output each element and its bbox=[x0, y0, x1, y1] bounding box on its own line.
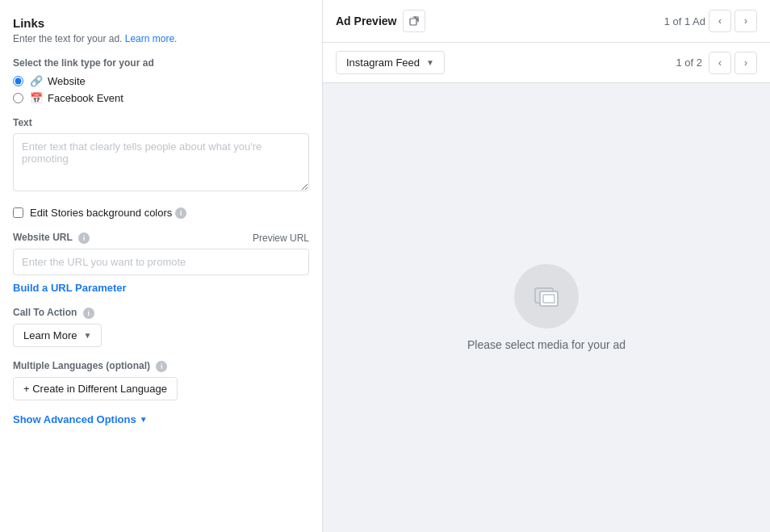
website-url-label: Website URL i bbox=[13, 232, 90, 244]
page-nav: 1 of 2 ‹ › bbox=[676, 52, 757, 74]
link-icon: 🔗 bbox=[30, 75, 43, 87]
multi-lang-info-icon[interactable]: i bbox=[156, 361, 167, 372]
external-link-icon[interactable] bbox=[403, 10, 425, 32]
calendar-icon: 📅 bbox=[30, 92, 43, 104]
svg-rect-0 bbox=[410, 19, 416, 25]
preview-url-label: Preview URL bbox=[253, 232, 309, 244]
facebook-event-label: Facebook Event bbox=[48, 92, 123, 104]
facebook-event-radio[interactable] bbox=[13, 93, 23, 103]
left-panel: Links Enter the text for your ad. Learn … bbox=[0, 0, 323, 532]
next-page-button[interactable]: › bbox=[734, 52, 757, 74]
multi-lang-label: Multiple Languages (optional) i bbox=[13, 360, 309, 372]
feed-chevron-icon: ▼ bbox=[426, 58, 434, 67]
text-input[interactable] bbox=[13, 133, 309, 191]
feed-dropdown[interactable]: Instagram Feed ▼ bbox=[336, 51, 445, 74]
page-indicator: 1 of 2 bbox=[676, 57, 702, 69]
right-panel: Ad Preview 1 of 1 Ad ‹ › Instagram Feed … bbox=[323, 0, 770, 532]
cta-value: Learn More bbox=[23, 329, 77, 341]
website-url-info-icon[interactable]: i bbox=[78, 232, 90, 244]
link-type-radio-group: 🔗 Website 📅 Facebook Event bbox=[13, 75, 309, 104]
advanced-options-label: Show Advanced Options bbox=[13, 413, 136, 425]
media-placeholder-icon bbox=[514, 264, 579, 329]
edit-stories-checkbox[interactable] bbox=[13, 207, 23, 218]
cta-label: Call To Action i bbox=[13, 307, 309, 319]
edit-stories-info-icon[interactable]: i bbox=[175, 207, 186, 219]
url-row: Website URL i Preview URL bbox=[13, 232, 309, 244]
preview-title-row: Ad Preview bbox=[336, 10, 425, 32]
edit-stories-label: Edit Stories background colors bbox=[30, 207, 172, 219]
right-nav-arrows: 1 of 1 Ad ‹ › bbox=[664, 10, 757, 32]
facebook-event-radio-option[interactable]: 📅 Facebook Event bbox=[13, 92, 309, 104]
url-param-link[interactable]: Build a URL Parameter bbox=[13, 282, 309, 294]
links-title: Links bbox=[13, 16, 309, 30]
preview-content: Please select media for your ad bbox=[323, 83, 770, 532]
cta-info-icon[interactable]: i bbox=[83, 308, 94, 319]
cta-dropdown[interactable]: Learn More ▼ bbox=[13, 324, 102, 347]
ad-count: 1 of 1 Ad bbox=[664, 15, 705, 27]
website-url-input[interactable] bbox=[13, 249, 309, 275]
text-field-label: Text bbox=[13, 117, 309, 128]
prev-page-button[interactable]: ‹ bbox=[709, 52, 731, 74]
preview-title: Ad Preview bbox=[336, 15, 396, 27]
website-radio[interactable] bbox=[13, 76, 23, 86]
create-lang-button[interactable]: + Create in Different Language bbox=[13, 377, 178, 400]
media-placeholder: Please select media for your ad bbox=[467, 264, 626, 351]
prev-ad-button[interactable]: ‹ bbox=[709, 10, 731, 32]
links-description: Enter the text for your ad. Learn more. bbox=[13, 33, 309, 44]
preview-subheader: Instagram Feed ▼ 1 of 2 ‹ › bbox=[323, 43, 770, 83]
multi-lang-section: Multiple Languages (optional) i + Create… bbox=[13, 360, 309, 400]
cta-section: Call To Action i Learn More ▼ bbox=[13, 307, 309, 347]
edit-stories-row: Edit Stories background colors i bbox=[13, 207, 309, 219]
advanced-options-arrow-icon: ▼ bbox=[140, 415, 148, 424]
media-placeholder-text: Please select media for your ad bbox=[467, 338, 626, 351]
preview-header: Ad Preview 1 of 1 Ad ‹ › bbox=[323, 0, 770, 43]
learn-more-link[interactable]: Learn more. bbox=[125, 33, 178, 44]
nav-arrows: ‹ › bbox=[709, 10, 757, 32]
website-label: Website bbox=[48, 75, 86, 87]
create-lang-button-label: + Create in Different Language bbox=[23, 383, 167, 395]
website-radio-option[interactable]: 🔗 Website bbox=[13, 75, 309, 87]
feed-label: Instagram Feed bbox=[346, 57, 420, 69]
link-type-label: Select the link type for your ad bbox=[13, 57, 309, 69]
sub-nav-arrows: ‹ › bbox=[709, 52, 757, 74]
advanced-options-link[interactable]: Show Advanced Options ▼ bbox=[13, 413, 309, 425]
cta-chevron-icon: ▼ bbox=[83, 331, 91, 340]
next-ad-button[interactable]: › bbox=[734, 10, 757, 32]
